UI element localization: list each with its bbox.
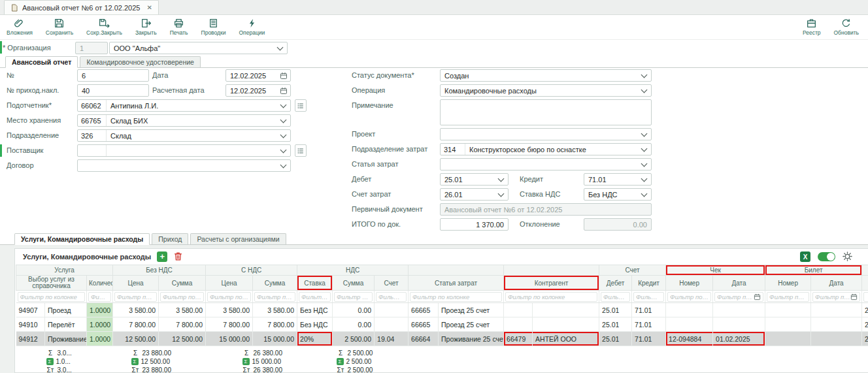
delete-row-button[interactable] (173, 251, 183, 263)
col-debit[interactable]: Дебет (599, 276, 632, 291)
cell-credit[interactable]: 71.01 (632, 303, 666, 317)
col-vat-sum[interactable]: Сумма (333, 276, 375, 291)
calendar-icon[interactable] (280, 72, 288, 80)
cell-price-with-vat[interactable]: 3 580.00 (206, 303, 253, 317)
vat-rate-select[interactable]: Без НДС (584, 188, 652, 201)
cell-sum-with-vat[interactable]: 7 800.00 (253, 317, 297, 332)
col-check-number[interactable]: Номер (666, 276, 713, 291)
status-select[interactable]: Создан (440, 69, 652, 82)
calendar-icon[interactable] (754, 293, 761, 300)
tab-uslugi-rashody[interactable]: Услуги, Командировочные расходы (14, 233, 150, 245)
cost-division-select[interactable]: 314 Конструкторское бюро по оснастке (440, 143, 652, 155)
supplier-list-button[interactable] (295, 144, 307, 157)
accountee-select[interactable]: 66062 Антипина Л.И. (77, 99, 291, 112)
filter-ticket-number[interactable]: Фильтр по колонке (765, 291, 811, 303)
cell-price-with-vat[interactable]: 7 800.00 (206, 317, 253, 332)
cost-item-select[interactable] (440, 158, 652, 170)
col-price-no-vat[interactable]: Цена (113, 276, 159, 291)
export-excel-button[interactable]: X (800, 251, 810, 262)
cell-contractor-name[interactable]: АНТЕЙ ООО (533, 332, 599, 346)
credit-select[interactable]: 71.01 (584, 173, 652, 186)
filter-price-no-vat[interactable]: Фильтр по колонке (113, 291, 159, 303)
note-textarea[interactable] (440, 99, 652, 125)
cell-price-with-vat[interactable]: 15 000.00 (206, 332, 253, 346)
filter-check-date[interactable]: Фильтр по колонке (713, 291, 765, 303)
filter-credit[interactable]: Фильтр по колонке (632, 291, 666, 303)
filter-debit[interactable]: Фильтр по колонке (599, 291, 632, 303)
cost-account-select[interactable]: 26.01 (440, 188, 509, 201)
cell-service-name[interactable]: Проезд (45, 303, 87, 317)
cell-vat-rate[interactable]: 20% (297, 332, 333, 346)
filter-sum-with-vat[interactable]: Фильтр по колонке (253, 291, 297, 303)
col-price-with-vat[interactable]: Цена (206, 276, 253, 291)
col-ticket-number[interactable]: Номер (765, 276, 811, 291)
tab-prihod[interactable]: Приход (152, 233, 188, 244)
num-input[interactable]: 6 (77, 69, 149, 82)
cell-ticket-date[interactable] (811, 317, 862, 332)
cell-check-date[interactable] (713, 317, 765, 332)
grid-toggle[interactable] (818, 252, 835, 261)
col-sum-with-vat[interactable]: Сумма (253, 276, 297, 291)
cell-qty[interactable]: 1.0000 (87, 332, 113, 346)
supplier-select[interactable] (77, 144, 291, 157)
calendar-icon[interactable] (280, 87, 288, 95)
cell-vat-account[interactable] (375, 317, 409, 332)
cell-service-code[interactable]: 94912 (16, 332, 45, 346)
filter-contractor[interactable]: Фильтр по колонке (504, 291, 599, 303)
cell-check-number[interactable] (666, 317, 713, 332)
calc-date-input[interactable]: 12.02.2025 (225, 84, 291, 97)
document-tab[interactable]: Авансовый отчет №6 от 12.02.2025 ✕ (4, 0, 159, 14)
col-qty[interactable]: Количество (87, 276, 113, 291)
filter-ticket-date[interactable]: Фильтр по колонке (811, 291, 862, 303)
col-contractor[interactable]: Контрагент (504, 276, 599, 291)
cell-sum-with-vat[interactable]: 3 580.00 (253, 303, 297, 317)
filter-check-number[interactable]: Фильтр по колонке (666, 291, 713, 303)
close-icon[interactable]: ✕ (146, 4, 152, 11)
cell-ticket-number[interactable] (765, 332, 811, 346)
cell-contractor-name[interactable] (533, 317, 599, 332)
cell-cost-code[interactable]: 66664 (409, 332, 439, 346)
save-close-button[interactable]: Сохр.Закрыть (80, 16, 129, 39)
refresh-button[interactable]: Обновить (827, 16, 868, 39)
filter-service[interactable]: Фильтр по колонке (16, 291, 87, 303)
cell-debit[interactable]: 25.01 (599, 317, 632, 332)
cell-ticket-number[interactable] (765, 303, 811, 317)
filter-cost-item[interactable]: Фильтр по колонке (409, 291, 504, 303)
save-button[interactable]: Сохранить (39, 16, 80, 39)
organization-select[interactable]: ООО "Альфа" (109, 42, 288, 54)
cell-sum-no-vat[interactable]: 3 580.00 (159, 303, 206, 317)
cell-vat-sum[interactable]: 2 500.00 (333, 332, 375, 346)
grid-row-selected[interactable]: 94912 Проживание 1.0000 12 500.00 12 500… (16, 332, 868, 346)
col-check-date[interactable]: Дата (713, 276, 765, 291)
cell-contractor-name[interactable] (533, 303, 599, 317)
cell-qty[interactable]: 1.0000 (87, 317, 113, 332)
cell-price-no-vat[interactable]: 3 580.00 (113, 303, 159, 317)
cell-debit[interactable]: 25.01 (599, 303, 632, 317)
cell-cost-code[interactable]: 66665 (409, 303, 439, 317)
cell-vat-account[interactable] (375, 303, 409, 317)
project-select[interactable] (440, 128, 652, 140)
cell-service-code[interactable]: 94910 (16, 317, 45, 332)
cell-ticket-date[interactable] (811, 303, 862, 317)
cell-cost-name[interactable]: Проживание 25 счет (439, 332, 504, 346)
col-credit[interactable]: Кредит (632, 276, 666, 291)
registry-button[interactable]: Реестр (796, 16, 827, 39)
col-vat-rate[interactable]: Ставка (297, 276, 333, 291)
date-input[interactable]: 12.02.2025 (225, 69, 291, 82)
col-ticket-date[interactable]: Дата (811, 276, 862, 291)
cell-sum-no-vat[interactable]: 7 800.00 (159, 317, 206, 332)
grid-settings-button[interactable] (843, 251, 852, 263)
cell-check-number[interactable]: 12-094884 (666, 332, 713, 346)
grid-row[interactable]: 94910 Перелёт 1.0000 7 800.00 7 800.00 7… (16, 317, 868, 332)
cell-check-date[interactable] (713, 303, 765, 317)
cell-sum-no-vat[interactable]: 12 500.00 (159, 332, 206, 346)
cell-service-name[interactable]: Перелёт (45, 317, 87, 332)
cell-credit[interactable]: 71.01 (632, 317, 666, 332)
filter-sum-no-vat[interactable]: Фильтр по колонке (159, 291, 206, 303)
col-sum-no-vat[interactable]: Сумма (159, 276, 206, 291)
debit-select[interactable]: 25.01 (440, 173, 509, 186)
col-service-pick[interactable]: Выбор услуг из справочника (16, 276, 87, 291)
tab-avansovyi-otchet[interactable]: Авансовый отчет (5, 56, 78, 68)
grid-row[interactable]: 94907 Проезд 1.0000 3 580.00 3 580.00 3 … (16, 303, 868, 317)
calendar-icon[interactable] (850, 293, 858, 300)
